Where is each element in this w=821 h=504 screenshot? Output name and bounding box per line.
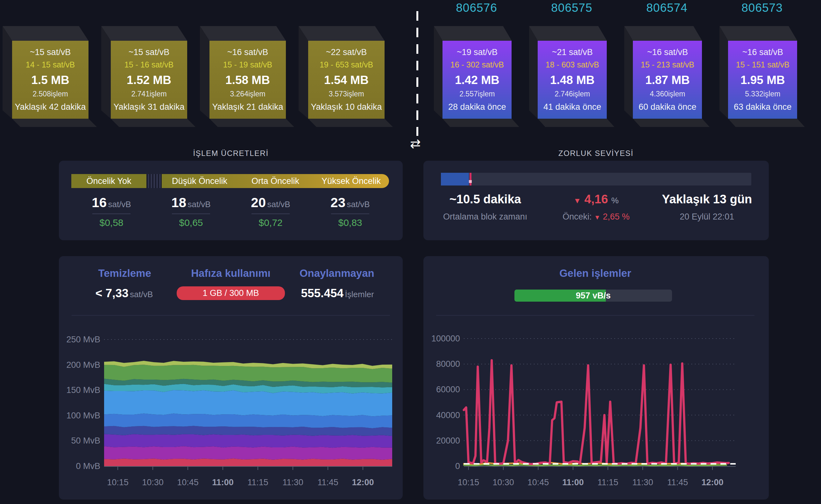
svg-text:60000: 60000	[436, 385, 460, 394]
block-fee-range: 18 - 603 sat/vB	[546, 60, 599, 69]
svg-text:200 MvB: 200 MvB	[66, 360, 100, 370]
svg-text:40000: 40000	[436, 410, 460, 420]
svg-text:11:30: 11:30	[282, 478, 303, 487]
svg-text:20000: 20000	[436, 436, 460, 445]
svg-text:10:45: 10:45	[528, 478, 549, 487]
block-age: 60 dakika önce	[639, 102, 697, 112]
tab-stripes-divider	[146, 174, 162, 188]
block-size: 1.87 MB	[645, 73, 690, 87]
block-median-fee: ~16 sat/vB	[742, 47, 783, 57]
svg-text:250 MvB: 250 MvB	[66, 335, 100, 344]
svg-text:11:15: 11:15	[598, 478, 619, 487]
unconfirmed-unit: İşlemler	[345, 290, 374, 299]
block-face: ~16 sat/vB 15 - 19 sat/vB 1.58 MB 3.264i…	[209, 41, 286, 119]
pending-block[interactable]: ~15 sat/vB 15 - 16 sat/vB 1.52 MB 2.741i…	[101, 26, 195, 127]
block-height-link[interactable]: 806576	[434, 1, 519, 15]
svg-text:100 MvB: 100 MvB	[66, 411, 100, 420]
mempool-panel: Temizleme Hafıza kullanımı Onaylanmayan …	[59, 256, 403, 500]
mined-block[interactable]: ~16 sat/vB 15 - 151 sat/vB 1.95 MB 5.332…	[719, 26, 805, 127]
difficulty-change-value: 4,16	[585, 193, 608, 206]
chain-divider	[417, 11, 418, 136]
block-median-fee: ~15 sat/vB	[30, 47, 71, 57]
tab-no-priority[interactable]: Öncelik Yok	[71, 174, 146, 188]
svg-text:0 MvB: 0 MvB	[76, 461, 100, 471]
retarget-estimate: Yaklaşık 13 gün	[652, 193, 762, 206]
fee-rate-unit: sat/vB	[187, 199, 210, 209]
block-median-fee: ~19 sat/vB	[457, 47, 498, 57]
block-eta: Yaklaşık 10 dakika	[311, 102, 382, 112]
fee-rate-value: 23	[330, 195, 345, 210]
block-size: 1.48 MB	[550, 73, 595, 87]
fee-stat: 23 sat/vB $0,83	[310, 195, 390, 228]
fee-rate-unit: sat/vB	[108, 199, 131, 209]
block-fee-range: 16 - 302 sat/vB	[451, 60, 504, 69]
block-tx-count: 4.360işlem	[650, 90, 685, 98]
block-age: 28 dakika önce	[448, 102, 506, 112]
block-height-link[interactable]: 806575	[529, 1, 614, 15]
block-face: ~15 sat/vB 14 - 15 sat/vB 1.5 MB 2.508iş…	[12, 41, 88, 119]
tab-medium-priority[interactable]: Orta Öncelik	[237, 174, 313, 188]
block-median-fee: ~16 sat/vB	[647, 47, 688, 57]
block-tx-count: 2.557işlem	[460, 90, 495, 98]
mined-block[interactable]: ~19 sat/vB 16 - 302 sat/vB 1.42 MB 2.557…	[434, 26, 519, 127]
svg-text:10:15: 10:15	[107, 478, 129, 487]
pending-block[interactable]: ~16 sat/vB 15 - 19 sat/vB 1.58 MB 3.264i…	[200, 26, 294, 127]
fee-stat: 18 sat/vB $0,65	[151, 195, 231, 228]
block-tx-count: 5.332işlem	[745, 90, 780, 98]
incoming-title: Gelen işlemler	[436, 267, 754, 279]
block-face: ~19 sat/vB 16 - 302 sat/vB 1.42 MB 2.557…	[443, 41, 512, 119]
pending-block[interactable]: ~15 sat/vB 14 - 15 sat/vB 1.5 MB 2.508iş…	[3, 26, 97, 127]
block-size: 1.42 MB	[455, 73, 500, 87]
difficulty-panel: ~10.5 dakika Ortalama blok zamanı ▼ 4,16…	[424, 161, 769, 240]
block-face: ~21 sat/vB 18 - 603 sat/vB 1.48 MB 2.746…	[538, 41, 607, 119]
difficulty-now-marker	[470, 173, 472, 185]
avg-block-time-value: ~10.5 dakika	[430, 193, 541, 206]
mempool-size-chart[interactable]: 0 MvB50 MvB100 MvB150 MvB200 MvB250 MvB1…	[64, 325, 401, 496]
svg-text:12:00: 12:00	[701, 478, 723, 487]
mined-block[interactable]: ~16 sat/vB 15 - 213 sat/vB 1.87 MB 4.360…	[624, 26, 710, 127]
svg-text:11:45: 11:45	[667, 478, 688, 487]
difficulty-stats-row: ~10.5 dakika Ortalama blok zamanı ▼ 4,16…	[430, 193, 762, 222]
fee-stat: 16 sat/vB $0,58	[72, 195, 151, 228]
block-age: 63 dakika önce	[734, 102, 792, 112]
divider	[251, 213, 290, 214]
difficulty-progress-fill	[441, 173, 469, 185]
retarget-date: 20 Eylül 22:01	[652, 212, 762, 222]
block-height-link[interactable]: 806574	[624, 1, 710, 15]
block-median-fee: ~16 sat/vB	[227, 47, 268, 57]
avg-block-time-label: Ortalama blok zamanı	[430, 212, 541, 222]
purging-value: < 7,33	[95, 287, 129, 300]
tab-low-priority[interactable]: Düşük Öncelik	[162, 174, 237, 188]
svg-text:11:00: 11:00	[562, 478, 584, 487]
fee-rate-value: 20	[251, 195, 266, 210]
memory-header: Hafıza kullanımı	[178, 267, 284, 279]
block-tx-count: 2.508işlem	[32, 90, 68, 98]
pending-block[interactable]: ~22 sat/vB 19 - 653 sat/vB 1.54 MB 3.573…	[298, 26, 393, 127]
purging-header: Temizleme	[72, 267, 178, 279]
unconfirmed-count: 555.454	[301, 287, 343, 300]
block-fee-range: 15 - 19 sat/vB	[223, 60, 272, 69]
difficulty-change-unit: %	[611, 196, 619, 205]
previous-change-value: 2,65 %	[603, 212, 630, 221]
block-age: 41 dakika önce	[544, 102, 601, 112]
block-size: 1.95 MB	[740, 73, 785, 87]
block-eta: Yaklaşık 42 dakika	[15, 102, 86, 112]
block-face: ~15 sat/vB 15 - 16 sat/vB 1.52 MB 2.741i…	[111, 41, 187, 119]
svg-text:10:30: 10:30	[142, 478, 164, 487]
mempool-dashboard: 806576 806575 806574 806573 ~15 sat/vB 1…	[0, 0, 821, 504]
incoming-tx-chart[interactable]: 02000040000600008000010000010:1510:3010:…	[428, 325, 766, 496]
fee-stat: 20 sat/vB $0,72	[231, 195, 310, 228]
divider	[92, 213, 130, 214]
fee-usd-value: $0,58	[72, 217, 151, 228]
block-height-link[interactable]: 806573	[719, 1, 805, 15]
difficulty-progress-bar[interactable]	[441, 173, 751, 185]
tab-high-priority[interactable]: Yüksek Öncelik	[313, 174, 389, 188]
block-face: ~22 sat/vB 19 - 653 sat/vB 1.54 MB 3.573…	[308, 41, 384, 119]
mined-block[interactable]: ~21 sat/vB 18 - 603 sat/vB 1.48 MB 2.746…	[529, 26, 614, 127]
block-size: 1.54 MB	[324, 73, 368, 87]
block-size: 1.52 MB	[127, 73, 171, 87]
incoming-header-row: Gelen işlemler	[436, 267, 754, 279]
block-tx-count: 2.741işlem	[131, 90, 166, 98]
svg-text:11:30: 11:30	[632, 478, 653, 487]
block-eta: Yaklaşık 31 dakika	[113, 102, 184, 112]
